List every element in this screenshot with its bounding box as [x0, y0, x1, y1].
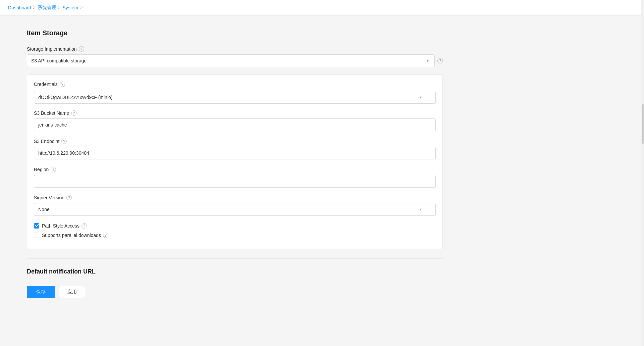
path-style-access-label[interactable]: Path Style Access ?	[42, 223, 87, 229]
default-notification-url-title: Default notification URL	[27, 268, 443, 275]
s3-endpoint-help-icon[interactable]: ?	[61, 139, 67, 144]
signer-version-select[interactable]: None	[34, 203, 436, 216]
region-help-icon[interactable]: ?	[51, 167, 56, 172]
region-label: Region ?	[34, 167, 436, 172]
signer-version-wrapper: None ▾	[34, 203, 436, 216]
credentials-select[interactable]: dOOkOgwIDUEcAYxWd9cF (minio)	[34, 91, 436, 104]
credentials-section: Credentials ? dOOkOgwIDUEcAYxWd9cF (mini…	[27, 75, 443, 249]
apply-button[interactable]: 应用	[59, 286, 85, 298]
credentials-help-icon[interactable]: ?	[60, 82, 65, 87]
breadcrumb-system: System	[63, 5, 78, 10]
storage-implementation-help-icon[interactable]: ?	[79, 46, 84, 52]
region-input[interactable]	[34, 175, 436, 188]
storage-implementation-label: Storage Implementation ?	[27, 46, 443, 52]
signer-version-group: Signer Version ? None ▾	[34, 195, 436, 216]
signer-version-help-icon[interactable]: ?	[66, 195, 72, 200]
breadcrumb-sysadmin[interactable]: 系统管理	[38, 5, 56, 11]
credentials-wrapper: dOOkOgwIDUEcAYxWd9cF (minio) ▾	[34, 91, 436, 104]
s3-endpoint-label: S3 Endpoint ?	[34, 139, 436, 144]
s3-endpoint-group: S3 Endpoint ?	[34, 139, 436, 159]
supports-parallel-downloads-checkbox[interactable]	[34, 233, 39, 238]
scrollbar-thumb[interactable]	[642, 104, 644, 144]
supports-parallel-downloads-label[interactable]: Supports parallel downloads ?	[42, 233, 108, 238]
supports-parallel-downloads-group: Supports parallel downloads ?	[34, 233, 436, 238]
path-style-access-group: Path Style Access ?	[34, 223, 436, 229]
breadcrumb-dashboard[interactable]: Dashboard	[8, 5, 31, 10]
region-group: Region ?	[34, 167, 436, 188]
s3-endpoint-input[interactable]	[34, 147, 436, 159]
breadcrumb-sep-1: >	[33, 5, 36, 10]
section-divider	[27, 258, 443, 259]
signer-version-label: Signer Version ?	[34, 195, 436, 200]
storage-implementation-wrapper: S3 API compatible storage ▾ ?	[27, 54, 443, 67]
button-group: 保存 应用	[27, 286, 443, 298]
breadcrumb-sep-3: >	[80, 5, 83, 10]
path-style-access-help-icon[interactable]: ?	[82, 223, 87, 229]
path-style-access-checkbox[interactable]	[34, 223, 39, 229]
breadcrumb-sep-2: >	[58, 5, 61, 10]
breadcrumb: Dashboard > 系统管理 > System >	[0, 0, 644, 16]
main-content: Item Storage Storage Implementation ? S3…	[0, 16, 470, 311]
credentials-label: Credentials ?	[34, 82, 436, 87]
item-storage-title: Item Storage	[27, 29, 443, 37]
s3-bucket-name-group: S3 Bucket Name ?	[34, 110, 436, 131]
storage-implementation-select[interactable]: S3 API compatible storage	[27, 54, 435, 67]
s3-bucket-name-help-icon[interactable]: ?	[71, 110, 76, 116]
s3-bucket-name-input[interactable]	[34, 118, 436, 131]
storage-implementation-group: Storage Implementation ? S3 API compatib…	[27, 46, 443, 67]
save-button[interactable]: 保存	[27, 286, 55, 298]
supports-parallel-downloads-help-icon[interactable]: ?	[103, 233, 108, 238]
storage-implementation-select-help-icon[interactable]: ?	[437, 58, 443, 63]
s3-bucket-name-label: S3 Bucket Name ?	[34, 110, 436, 116]
scrollbar-track	[641, 0, 644, 311]
